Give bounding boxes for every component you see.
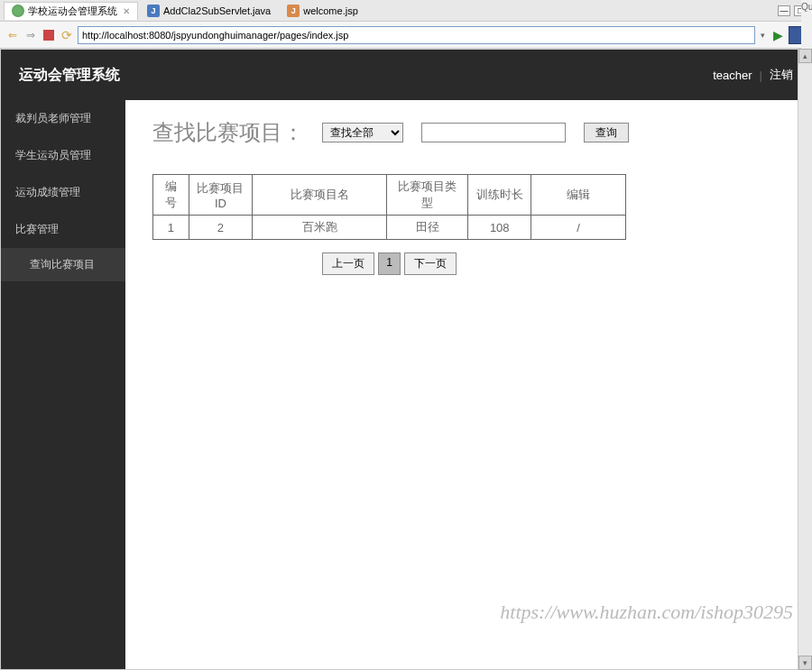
col-header-name: 比赛项目名 [252,175,387,216]
content-area: 裁判员老师管理 学生运动员管理 运动成绩管理 比赛管理 查询比赛项目 查找比赛项… [1,100,811,669]
editor-tabs-bar: 学校运动会管理系统 ✕ J AddCla2SubServlet.java J w… [0,0,812,22]
sidebar-item-athlete[interactable]: 学生运动员管理 [1,137,125,174]
divider: | [760,69,762,82]
tab-label: 学校运动会管理系统 [28,5,117,18]
logout-link[interactable]: 注销 [770,67,793,83]
tab-servlet-java[interactable]: J AddCla2SubServlet.java [140,3,278,19]
scroll-down-arrow[interactable]: ▾ [798,656,812,670]
search-title: 查找比赛项目： [152,118,304,147]
main-content: 查找比赛项目： 查找全部 查询 编号 比赛项目ID 比赛项目名 比赛项目类型 训… [125,100,811,669]
cell-type: 田径 [387,216,468,240]
sidebar: 裁判员老师管理 学生运动员管理 运动成绩管理 比赛管理 查询比赛项目 [1,100,125,669]
cell-id: 2 [189,216,252,240]
col-header-duration: 训练时长 [468,175,531,216]
col-header-id: 比赛项目ID [189,175,252,216]
header-user-area: teacher | 注销 [713,67,793,83]
sidebar-item-competition[interactable]: 比赛管理 [1,211,125,248]
cell-edit[interactable]: / [531,216,626,240]
search-button[interactable]: 查询 [584,123,629,142]
url-input[interactable] [78,26,755,44]
cell-duration: 108 [468,216,531,240]
browser-toolbar: ⇐ ⇒ ⟳ ▾ ▶ [0,22,812,49]
search-keyword-input[interactable] [421,123,566,142]
globe-icon [12,5,24,17]
col-header-type: 比赛项目类型 [387,175,468,216]
tab-label: welcome.jsp [303,5,358,16]
sidebar-item-referee[interactable]: 裁判员老师管理 [1,100,125,137]
table-header-row: 编号 比赛项目ID 比赛项目名 比赛项目类型 训练时长 编辑 [153,175,626,216]
search-row: 查找比赛项目： 查找全部 查询 [152,118,784,147]
stop-button[interactable] [42,28,56,42]
sidebar-subitem-query-event[interactable]: 查询比赛项目 [1,248,125,281]
tab-sports-system[interactable]: 学校运动会管理系统 ✕ [4,2,138,20]
go-button[interactable]: ▶ [770,28,785,42]
cell-name: 百米跑 [252,216,387,240]
search-type-select[interactable]: 查找全部 [322,123,403,142]
app-header: 运动会管理系统 teacher | 注销 [1,50,811,100]
browser-viewport: 运动会管理系统 teacher | 注销 裁判员老师管理 学生运动员管理 运动成… [0,49,812,670]
current-page: 1 [378,252,401,275]
tab-label: AddCla2SubServlet.java [163,5,271,16]
refresh-button[interactable]: ⟳ [60,28,74,42]
url-dropdown-icon[interactable]: ▾ [759,31,767,40]
col-header-no: 编号 [153,175,189,216]
app-logo: 运动会管理系统 [19,66,120,85]
cell-no: 1 [153,216,189,240]
back-button[interactable]: ⇐ [5,28,20,42]
minimize-button[interactable]: — [778,5,790,16]
forward-button[interactable]: ⇒ [23,28,38,42]
current-user: teacher [713,69,752,82]
scroll-up-arrow[interactable]: ▴ [798,49,812,63]
prev-page-button[interactable]: 上一页 [322,252,374,275]
events-table: 编号 比赛项目ID 比赛项目名 比赛项目类型 训练时长 编辑 1 2 百米跑 田… [152,174,626,240]
sidebar-item-results[interactable]: 运动成绩管理 [1,174,125,211]
watermark: https://www.huzhan.com/ishop30295 [500,601,793,624]
table-row: 1 2 百米跑 田径 108 / [153,216,626,240]
tab-welcome-jsp[interactable]: J welcome.jsp [280,3,365,19]
col-header-edit: 编辑 [531,175,626,216]
vertical-scrollbar[interactable]: ▴ ▾ [798,49,812,670]
jsp-icon: J [287,5,300,17]
pagination: 上一页 1 下一页 [152,252,626,275]
close-icon[interactable]: ✕ [123,6,130,16]
java-icon: J [147,5,160,17]
next-page-button[interactable]: 下一页 [404,252,457,275]
